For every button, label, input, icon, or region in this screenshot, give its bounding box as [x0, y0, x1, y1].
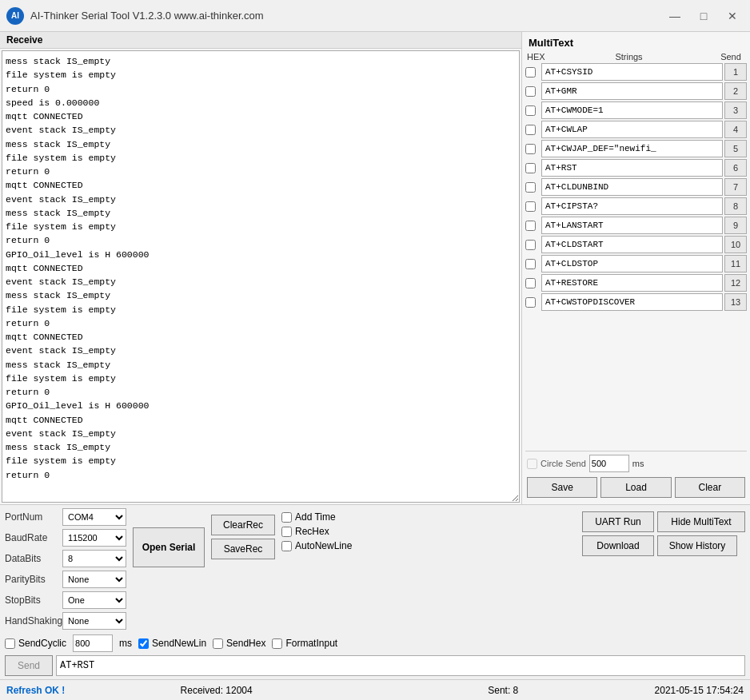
multitext-row-checkbox-1[interactable] [525, 67, 536, 78]
multitext-row-checkbox-5[interactable] [525, 144, 536, 154]
serial-controls-row: PortNum COM4 BaudRate 115200 DataBits 8 [5, 508, 745, 630]
autonewline-checkbox[interactable] [281, 541, 292, 551]
col-hex: HEX [527, 52, 541, 62]
multitext-send-btn-6[interactable]: 6 [724, 159, 747, 177]
send-button[interactable]: Send [5, 655, 53, 676]
multitext-row-checkbox-6[interactable] [525, 163, 536, 173]
multitext-row-checkbox-4[interactable] [525, 125, 536, 135]
status-refresh: Refresh OK ! [6, 685, 65, 696]
multitext-send-btn-10[interactable]: 10 [724, 236, 747, 253]
left-panel: Receive [0, 32, 522, 504]
multitext-string-input-1[interactable] [541, 63, 723, 81]
multitext-string-input-5[interactable] [541, 140, 723, 157]
send-hex-checkbox[interactable] [213, 638, 223, 649]
multitext-string-input-9[interactable] [541, 217, 723, 234]
multitext-row-checkbox-3[interactable] [525, 105, 536, 116]
multitext-send-btn-12[interactable]: 12 [724, 274, 747, 292]
send-cyclic-ms: ms [119, 638, 132, 649]
baudrate-label: BaudRate [5, 532, 59, 543]
multitext-send-btn-7[interactable]: 7 [724, 178, 747, 196]
hide-multitext-button[interactable]: Hide MultiText [657, 511, 745, 532]
send-cyclic-checkbox[interactable] [5, 638, 15, 649]
multitext-row: 13 [525, 293, 747, 311]
send-cyclic-row: SendCyclic [5, 638, 66, 649]
download-button[interactable]: Download [582, 535, 654, 556]
multitext-string-input-11[interactable] [541, 255, 723, 272]
handshaking-row: HandShaking None [5, 612, 126, 630]
paritybits-select[interactable]: None [62, 571, 126, 588]
maximize-button[interactable]: □ [692, 7, 715, 25]
multitext-send-btn-9[interactable]: 9 [724, 217, 747, 234]
bottom-controls: PortNum COM4 BaudRate 115200 DataBits 8 [0, 504, 750, 679]
baudrate-select[interactable]: 115200 [62, 529, 126, 547]
multitext-string-input-4[interactable] [541, 121, 723, 138]
multitext-row-checkbox-9[interactable] [525, 221, 536, 231]
main-container: Receive MultiText HEX Strings Send 12345… [0, 32, 750, 700]
multitext-row-checkbox-10[interactable] [525, 240, 536, 250]
title-bar-text: AI-Thinker Serial Tool V1.2.3.0 www.ai-t… [30, 10, 664, 22]
multitext-string-input-13[interactable] [541, 293, 723, 311]
action-buttons-col: UART Run Hide MultiText Download Show Hi… [582, 508, 745, 556]
multitext-row-checkbox-13[interactable] [525, 297, 536, 308]
save-load-clear-row: Save Load Clear [527, 477, 745, 498]
save-rec-button[interactable]: SaveRec [211, 539, 275, 559]
multitext-string-input-2[interactable] [541, 82, 723, 100]
multitext-row-checkbox-2[interactable] [525, 86, 536, 97]
multitext-row-checkbox-8[interactable] [525, 201, 536, 212]
databits-select[interactable]: 8 [62, 550, 126, 567]
multitext-string-input-12[interactable] [541, 274, 723, 292]
circle-send-row: Circle Send ms [527, 455, 745, 472]
circle-send-input[interactable] [589, 455, 629, 472]
download-row: Download Show History [582, 535, 745, 556]
send-input[interactable] [56, 655, 745, 676]
multitext-send-btn-5[interactable]: 5 [724, 140, 747, 157]
multitext-string-input-6[interactable] [541, 159, 723, 177]
rechex-checkbox[interactable] [281, 527, 292, 537]
stopbits-select[interactable]: One [62, 591, 126, 609]
format-input-checkbox[interactable] [272, 638, 282, 649]
multitext-row: 1 [525, 63, 747, 81]
multitext-send-btn-3[interactable]: 3 [724, 101, 747, 119]
minimize-button[interactable]: — [664, 7, 686, 25]
show-history-button[interactable]: Show History [657, 535, 737, 556]
multitext-string-input-8[interactable] [541, 197, 723, 215]
send-hex-row: SendHex [213, 638, 265, 649]
multitext-string-input-7[interactable] [541, 178, 723, 196]
receive-textarea[interactable] [2, 50, 520, 503]
multitext-send-btn-8[interactable]: 8 [724, 197, 747, 215]
multitext-send-btn-4[interactable]: 4 [724, 121, 747, 138]
circle-send-label: Circle Send [541, 459, 586, 468]
multitext-string-input-10[interactable] [541, 236, 723, 253]
send-newline-checkbox[interactable] [138, 638, 149, 649]
right-panel: MultiText HEX Strings Send 1234567891011… [522, 32, 750, 504]
close-button[interactable]: ✕ [721, 7, 744, 25]
format-input-label: FormatInput [285, 638, 337, 649]
multitext-row-checkbox-12[interactable] [525, 278, 536, 288]
clear-rec-button[interactable]: ClearRec [211, 515, 275, 535]
portnum-select[interactable]: COM4 [62, 508, 126, 526]
uart-run-button[interactable]: UART Run [582, 511, 654, 532]
multitext-row-checkbox-11[interactable] [525, 259, 536, 269]
open-serial-button[interactable]: Open Serial [133, 527, 205, 567]
multitext-send-btn-1[interactable]: 1 [724, 63, 747, 81]
send-cyclic-input[interactable] [73, 634, 113, 652]
paritybits-row: ParityBits None [5, 571, 126, 588]
rechex-row: RecHex [281, 526, 352, 537]
add-time-checkbox[interactable] [281, 512, 292, 523]
multitext-send-btn-2[interactable]: 2 [724, 82, 747, 100]
multitext-row-checkbox-7[interactable] [525, 182, 536, 193]
multitext-string-input-3[interactable] [541, 101, 723, 119]
save-button[interactable]: Save [527, 477, 597, 498]
multitext-row: 3 [525, 101, 747, 119]
multitext-row: 7 [525, 178, 747, 196]
multitext-send-btn-11[interactable]: 11 [724, 255, 747, 272]
multitext-send-btn-13[interactable]: 13 [724, 293, 747, 311]
portnum-label: PortNum [5, 511, 59, 523]
circle-send-checkbox[interactable] [527, 459, 537, 469]
baudrate-row: BaudRate 115200 [5, 529, 126, 547]
stopbits-row: StopBits One [5, 591, 126, 609]
load-button[interactable]: Load [600, 477, 671, 498]
multitext-row: 4 [525, 121, 747, 138]
clear-button[interactable]: Clear [675, 477, 745, 498]
handshaking-select[interactable]: None [62, 612, 126, 630]
